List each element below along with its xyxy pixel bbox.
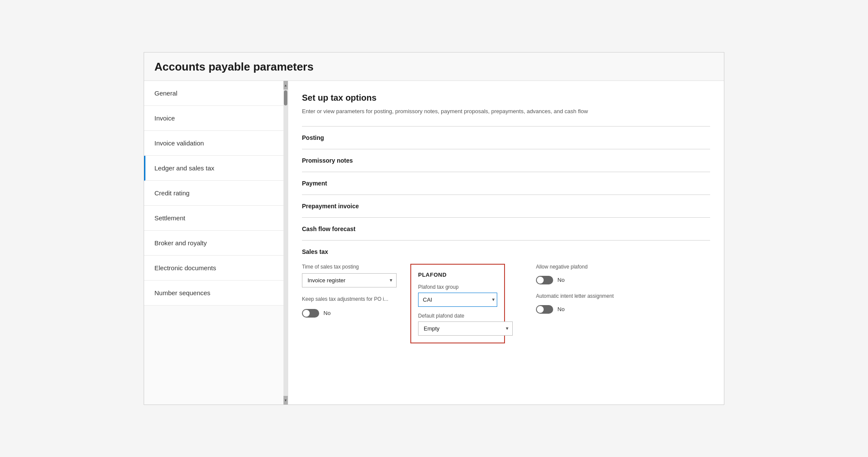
plafond-tax-group-dropdown-icon[interactable]: ▾ [492,296,495,303]
allow-negative-group: Allow negative plafond No [536,264,614,284]
right-column: Allow negative plafond No Automatic inte… [536,264,614,314]
accounts-payable-window: Accounts payable parameters ▲ ▼ General [144,52,724,405]
plafond-default-date-wrapper: Empty Invoice date Posting date ▾ [418,321,513,336]
sidebar-item-number-sequences[interactable]: Number sequences [144,281,283,306]
allow-negative-toggle-group: No [536,276,614,284]
time-of-posting-label: Time of sales tax posting [302,264,397,270]
title-bar: Accounts payable parameters [144,52,724,81]
auto-intent-group: Automatic intent letter assignment No [536,293,614,314]
sidebar-item-electronic-documents[interactable]: Electronic documents [144,256,283,281]
sidebar-item-general[interactable]: General [144,81,283,106]
plafond-default-date-label: Default plafond date [418,313,497,319]
sidebar: ▲ ▼ General Invoice Invoice validation [144,81,288,405]
allow-negative-label: Allow negative plafond [536,264,614,270]
sidebar-item-settlement[interactable]: Settlement [144,206,283,231]
section-promissory-notes[interactable]: Promissory notes [302,149,710,172]
sales-tax-content: Time of sales tax posting Invoice regist… [302,264,710,343]
section-payment[interactable]: Payment [302,172,710,195]
content-description: Enter or view parameters for posting, pr… [302,107,710,116]
plafond-title: PLAFOND [418,272,497,278]
content-heading: Set up tax options [302,93,710,103]
auto-intent-label: Automatic intent letter assignment [536,293,614,299]
left-column: Time of sales tax posting Invoice regist… [302,264,397,318]
scrollbar-down-arrow[interactable]: ▼ [283,396,288,405]
time-of-posting-select-wrapper: Invoice register Invoice Payment ▾ [302,273,397,287]
keep-adjustments-toggle-group: No [302,309,397,318]
section-posting[interactable]: Posting [302,126,710,149]
scrollbar-up-arrow[interactable]: ▲ [283,81,288,90]
sidebar-item-invoice[interactable]: Invoice [144,106,283,131]
sidebar-item-credit-rating[interactable]: Credit rating [144,181,283,206]
plafond-box: PLAFOND Plafond tax group ▾ Default plaf… [410,264,505,343]
keep-adjustments-value: No [323,310,331,316]
main-layout: ▲ ▼ General Invoice Invoice validation [144,81,724,405]
section-sales-tax: Sales tax Time of sales tax posting Invo… [302,240,710,343]
section-cash-flow-forecast[interactable]: Cash flow forecast [302,217,710,240]
plafond-tax-group-label: Plafond tax group [418,284,497,290]
sales-tax-heading[interactable]: Sales tax [302,248,710,255]
plafond-default-date-select[interactable]: Empty Invoice date Posting date [418,321,513,336]
plafond-tax-group-input-wrapper: ▾ [418,293,497,307]
sidebar-scroll: ▲ ▼ General Invoice Invoice validation [144,81,288,405]
main-content: Set up tax options Enter or view paramet… [288,81,724,405]
scrollbar-thumb[interactable] [284,90,287,105]
content-header: Set up tax options Enter or view paramet… [302,93,710,116]
keep-adjustments-label: Keep sales tax adjustments for PO i... [302,296,397,302]
sidebar-item-invoice-validation[interactable]: Invoice validation [144,131,283,156]
auto-intent-toggle[interactable] [536,305,553,314]
auto-intent-toggle-group: No [536,305,614,314]
page-title: Accounts payable parameters [154,60,714,74]
allow-negative-toggle[interactable] [536,276,553,284]
keep-adjustments-group: Keep sales tax adjustments for PO i... N… [302,296,397,318]
sidebar-item-ledger-sales-tax[interactable]: Ledger and sales tax [144,156,283,181]
keep-adjustments-toggle[interactable] [302,309,319,318]
sidebar-item-broker-royalty[interactable]: Broker and royalty [144,231,283,256]
time-of-posting-select[interactable]: Invoice register Invoice Payment [302,273,397,287]
plafond-tax-group-input[interactable] [418,293,497,307]
time-of-posting-group: Time of sales tax posting Invoice regist… [302,264,397,287]
section-prepayment-invoice[interactable]: Prepayment invoice [302,195,710,217]
allow-negative-value: No [557,277,565,283]
auto-intent-value: No [557,306,565,312]
